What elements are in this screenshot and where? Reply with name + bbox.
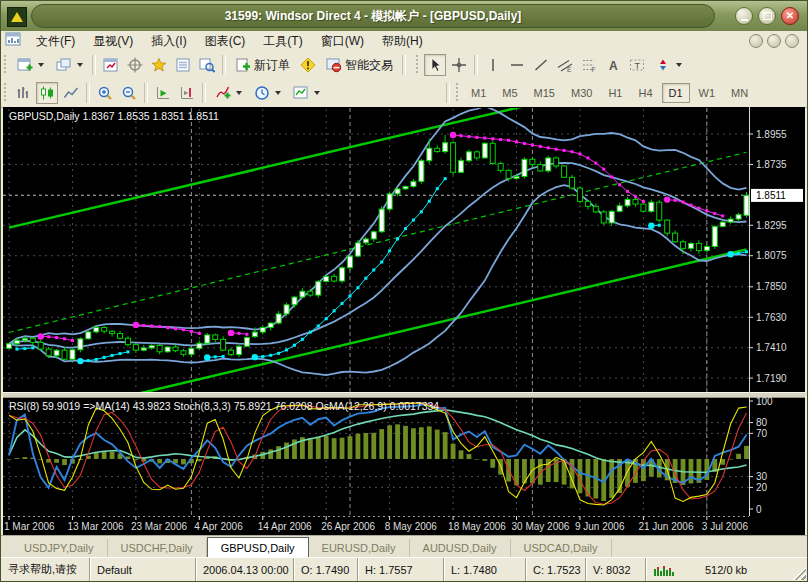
text-label-tool-button[interactable]: T — [626, 54, 648, 76]
indicators-button[interactable] — [210, 82, 247, 104]
toolbar-drag-handle[interactable] — [3, 83, 8, 103]
vertical-line-tool-button[interactable] — [482, 54, 504, 76]
title-bar: 31599: Windsor Direct 4 - 模拟帐户 - [GBPUSD… — [1, 1, 807, 31]
status-profile[interactable]: Default — [89, 558, 195, 581]
text-tool-button[interactable]: A — [602, 54, 624, 76]
profiles-button[interactable] — [51, 54, 88, 76]
chart-tab-USDJPY[interactable]: USDJPY,Daily — [11, 539, 108, 558]
mdi-window-controls — [749, 34, 807, 48]
auto-scroll-button[interactable] — [152, 82, 174, 104]
alerts-warning-icon[interactable] — [297, 54, 319, 76]
status-traffic-segment: 512/0 kb — [645, 558, 807, 581]
fibonacci-tool-button[interactable]: F — [578, 54, 600, 76]
mdi-restore-button[interactable] — [767, 34, 781, 48]
status-volume-value: V: 8032 — [585, 558, 645, 581]
cursor-tool-button[interactable] — [424, 54, 446, 76]
chart-tab-GBPUSD[interactable]: GBPUSD,Daily — [207, 537, 309, 558]
zoom-out-button[interactable] — [118, 82, 140, 104]
toolbar-separator — [402, 55, 406, 75]
timeframe-H4[interactable]: H4 — [631, 83, 659, 103]
svg-text:23 Mar 2006: 23 Mar 2006 — [131, 521, 188, 532]
window-title: 31599: Windsor Direct 4 - 模拟帐户 - [GBPUSD… — [31, 4, 715, 28]
chevron-down-icon — [38, 63, 44, 67]
chart-window-icon[interactable] — [5, 31, 21, 51]
svg-text:14 Apr 2006: 14 Apr 2006 — [258, 521, 312, 532]
timeframe-M15[interactable]: M15 — [527, 83, 562, 103]
chart-tab-USDCAD[interactable]: USDCAD,Daily — [511, 539, 612, 558]
svg-text:30: 30 — [756, 471, 768, 482]
strategy-tester-button[interactable] — [196, 54, 218, 76]
close-button[interactable]: ✕ — [781, 7, 799, 25]
status-low-value: L: 1.7480 — [443, 558, 525, 581]
chart-shift-button[interactable] — [176, 82, 198, 104]
navigator-button[interactable] — [124, 54, 146, 76]
svg-text:1.8075: 1.8075 — [756, 250, 787, 261]
timeframe-H1[interactable]: H1 — [601, 83, 629, 103]
expert-advisors-button[interactable]: 智能交易 — [321, 54, 398, 76]
expert-advisors-label: 智能交易 — [345, 57, 393, 74]
timeframe-D1[interactable]: D1 — [662, 83, 690, 103]
chart-tab-EURUSD[interactable]: EURUSD,Daily — [309, 539, 410, 558]
timeframe-M30[interactable]: M30 — [564, 83, 599, 103]
menu-item-C[interactable]: 图表(C) — [196, 31, 255, 52]
data-window-button[interactable] — [172, 54, 194, 76]
market-watch-button[interactable] — [100, 54, 122, 76]
chart-tab-AUDUSD[interactable]: AUDUSD,Daily — [410, 539, 511, 558]
menu-item-V[interactable]: 显视(V) — [84, 31, 142, 52]
svg-text:13 Mar 2006: 13 Mar 2006 — [67, 521, 124, 532]
chevron-down-icon — [676, 63, 682, 67]
arrows-tool-button[interactable] — [650, 54, 687, 76]
window-controls: ✕ — [735, 7, 799, 25]
toolbar-drag-handle[interactable] — [455, 83, 460, 103]
menu-item-W[interactable]: 窗口(W) — [312, 31, 373, 52]
line-chart-mode-button[interactable] — [60, 82, 82, 104]
menu-item-T[interactable]: 工具(T) — [254, 31, 311, 52]
svg-text:1.7630: 1.7630 — [756, 312, 787, 323]
favorites-star-icon[interactable] — [148, 54, 170, 76]
window-resize-grip[interactable] — [792, 566, 806, 580]
charts-toolbar: M1M5M15M30H1H4D1W1MN — [1, 79, 807, 108]
timeframe-MN[interactable]: MN — [724, 83, 755, 103]
chevron-down-icon — [314, 91, 320, 95]
periods-button[interactable] — [249, 82, 286, 104]
menu-item-I[interactable]: 插入(I) — [142, 31, 195, 52]
maximize-button[interactable] — [758, 7, 776, 25]
svg-text:18 May 2006: 18 May 2006 — [448, 521, 506, 532]
status-candle-time: 2006.04.13 00:00 — [195, 558, 293, 581]
svg-text:20: 20 — [756, 482, 768, 493]
status-open-value: O: 1.7490 — [293, 558, 357, 581]
menu-item-H[interactable]: 帮助(H) — [373, 31, 432, 52]
mdi-minimize-button[interactable] — [749, 34, 763, 48]
chart-tab-USDCHF[interactable]: USDCHF,Daily — [108, 539, 207, 558]
timeframe-W1[interactable]: W1 — [692, 83, 723, 103]
toolbar-drag-handle[interactable] — [415, 55, 420, 75]
minimize-button[interactable] — [735, 7, 753, 25]
menu-items: 文件(F)显视(V)插入(I)图表(C)工具(T)窗口(W)帮助(H) — [27, 31, 432, 52]
horizontal-line-tool-button[interactable] — [506, 54, 528, 76]
svg-text:1.8511: 1.8511 — [756, 190, 786, 201]
new-chart-button[interactable] — [12, 54, 49, 76]
toolbar-drag-handle[interactable] — [3, 55, 8, 75]
templates-button[interactable] — [288, 82, 325, 104]
crosshair-tool-button[interactable] — [448, 54, 470, 76]
new-order-label: 新订单 — [254, 57, 290, 74]
chevron-down-icon — [77, 63, 83, 67]
toolbar-separator — [446, 83, 450, 103]
bar-chart-mode-button[interactable] — [12, 82, 34, 104]
new-order-button[interactable]: 新订单 — [230, 54, 295, 76]
candlestick-mode-button[interactable] — [36, 82, 58, 104]
mdi-close-button[interactable] — [785, 34, 799, 48]
zoom-in-button[interactable] — [94, 82, 116, 104]
app-logo-icon — [7, 7, 27, 27]
toolbar-separator — [474, 55, 478, 75]
svg-text:T: T — [635, 61, 641, 71]
trendline-tool-button[interactable] — [530, 54, 552, 76]
menu-item-F[interactable]: 文件(F) — [27, 31, 84, 52]
timeframe-M5[interactable]: M5 — [495, 83, 524, 103]
chart-canvas[interactable]: 1.89551.87351.82951.80751.78501.76301.74… — [3, 107, 805, 535]
svg-text:GBPUSD,Daily 1.8367 1.8535 1.: GBPUSD,Daily 1.8367 1.8535 1.8351 1.8511 — [9, 110, 219, 122]
timeframe-M1[interactable]: M1 — [464, 83, 493, 103]
status-bar: 寻求帮助,请按 Default 2006.04.13 00:00 O: 1.74… — [1, 557, 807, 581]
channel-tool-button[interactable]: E — [554, 54, 576, 76]
standard-toolbar: 新订单 智能交易 E F — [1, 51, 807, 80]
